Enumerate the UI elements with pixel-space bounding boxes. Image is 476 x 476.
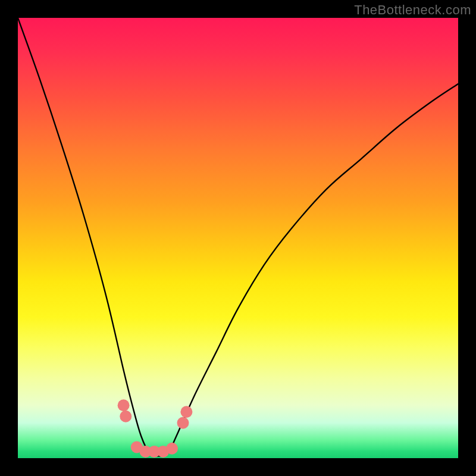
plot-area bbox=[18, 18, 458, 458]
marker-dot bbox=[166, 443, 178, 455]
marker-dot bbox=[180, 406, 192, 418]
marker-dot bbox=[120, 411, 131, 422]
bottleneck-curve bbox=[18, 18, 458, 456]
chart-frame: TheBottleneck.com bbox=[0, 0, 476, 476]
curve-markers bbox=[118, 399, 193, 458]
marker-dot bbox=[118, 399, 130, 411]
curve-layer bbox=[18, 18, 458, 458]
marker-dot bbox=[177, 417, 189, 429]
watermark-text: TheBottleneck.com bbox=[354, 2, 471, 18]
